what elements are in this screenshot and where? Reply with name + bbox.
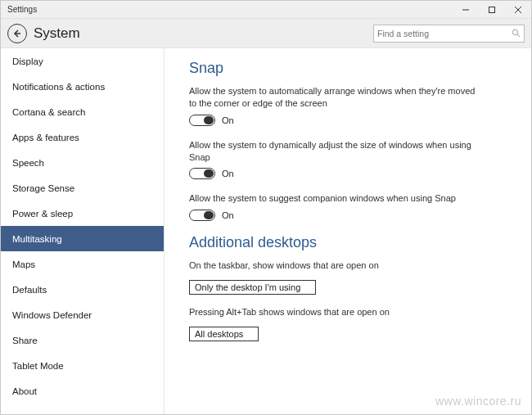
sidebar-item-cortana[interactable]: Cortana & search bbox=[1, 99, 164, 124]
sidebar-item-label: Multitasking bbox=[12, 234, 62, 244]
sidebar-item-label: Maps bbox=[12, 259, 35, 269]
maximize-button[interactable] bbox=[479, 1, 505, 19]
sidebar-item-label: Apps & features bbox=[12, 133, 79, 142]
sidebar-item-label: Tablet Mode bbox=[12, 361, 64, 371]
body: Display Notifications & actions Cortana … bbox=[1, 48, 531, 414]
search-input[interactable] bbox=[377, 29, 511, 38]
close-button[interactable] bbox=[505, 1, 531, 19]
snap-opt1-toggle[interactable] bbox=[189, 115, 215, 126]
svg-point-5 bbox=[512, 29, 517, 34]
content: Snap Allow the system to automatically a… bbox=[165, 48, 531, 414]
sidebar-item-speech[interactable]: Speech bbox=[1, 150, 164, 175]
desktops-opt1-desc: On the taskbar, show windows that are op… bbox=[189, 259, 476, 272]
settings-window: Settings System Display Notificatio bbox=[0, 0, 532, 415]
window-title: Settings bbox=[1, 5, 37, 14]
snap-heading: Snap bbox=[189, 60, 515, 77]
sidebar-item-label: Speech bbox=[12, 158, 44, 168]
search-icon bbox=[511, 29, 521, 38]
sidebar-item-display[interactable]: Display bbox=[1, 48, 164, 74]
snap-opt1-toggle-row: On bbox=[189, 115, 515, 126]
minimize-button[interactable] bbox=[453, 1, 479, 19]
sidebar: Display Notifications & actions Cortana … bbox=[1, 48, 165, 414]
snap-opt1-desc: Allow the system to automatically arrang… bbox=[189, 85, 476, 110]
sidebar-item-label: Defaults bbox=[12, 285, 47, 295]
sidebar-item-label: Windows Defender bbox=[12, 310, 92, 320]
watermark: www.wincore.ru bbox=[435, 395, 521, 408]
toggle-knob bbox=[204, 169, 214, 178]
desktops-opt2-desc: Pressing Alt+Tab shows windows that are … bbox=[189, 306, 476, 318]
sidebar-item-storage[interactable]: Storage Sense bbox=[1, 175, 164, 201]
desktops-opt1-dropdown[interactable]: Only the desktop I'm using bbox=[189, 280, 316, 295]
sidebar-item-label: Storage Sense bbox=[12, 183, 74, 193]
page-title: System bbox=[34, 25, 80, 42]
snap-opt2-state: On bbox=[222, 169, 234, 178]
sidebar-item-label: Share bbox=[12, 336, 38, 345]
sidebar-item-power[interactable]: Power & sleep bbox=[1, 201, 164, 226]
sidebar-item-defender[interactable]: Windows Defender bbox=[1, 302, 164, 327]
snap-opt3-toggle[interactable] bbox=[189, 210, 215, 221]
snap-opt1-state: On bbox=[222, 115, 234, 125]
sidebar-item-label: Display bbox=[12, 56, 43, 66]
sidebar-item-label: Cortana & search bbox=[12, 107, 86, 117]
snap-opt3-toggle-row: On bbox=[189, 210, 515, 221]
header: System bbox=[1, 19, 531, 48]
sidebar-item-notifications[interactable]: Notifications & actions bbox=[1, 74, 164, 99]
svg-line-6 bbox=[517, 34, 520, 37]
dropdown-value: All desktops bbox=[195, 329, 243, 339]
sidebar-item-label: Power & sleep bbox=[12, 209, 73, 219]
sidebar-item-defaults[interactable]: Defaults bbox=[1, 277, 164, 302]
toggle-knob bbox=[204, 116, 214, 124]
snap-opt2-toggle[interactable] bbox=[189, 168, 215, 179]
desktops-opt2-dropdown[interactable]: All desktops bbox=[189, 327, 259, 341]
titlebar: Settings bbox=[1, 1, 531, 19]
snap-opt3-desc: Allow the system to suggest companion wi… bbox=[189, 192, 476, 205]
back-button[interactable] bbox=[7, 24, 27, 43]
sidebar-item-share[interactable]: Share bbox=[1, 327, 164, 353]
sidebar-item-label: Notifications & actions bbox=[12, 82, 105, 92]
sidebar-item-tablet[interactable]: Tablet Mode bbox=[1, 353, 164, 378]
dropdown-value: Only the desktop I'm using bbox=[195, 282, 300, 292]
svg-rect-1 bbox=[489, 7, 495, 12]
sidebar-item-about[interactable]: About bbox=[1, 378, 164, 404]
snap-opt3-state: On bbox=[222, 210, 234, 220]
desktops-heading: Additional desktops bbox=[189, 234, 515, 251]
search-box[interactable] bbox=[373, 25, 525, 43]
sidebar-item-maps[interactable]: Maps bbox=[1, 251, 164, 277]
sidebar-item-label: About bbox=[12, 386, 37, 396]
snap-opt2-desc: Allow the system to dynamically adjust t… bbox=[189, 139, 476, 164]
snap-opt2-toggle-row: On bbox=[189, 168, 515, 179]
sidebar-item-apps[interactable]: Apps & features bbox=[1, 124, 164, 150]
toggle-knob bbox=[204, 211, 214, 219]
sidebar-item-multitasking[interactable]: Multitasking bbox=[1, 226, 164, 251]
